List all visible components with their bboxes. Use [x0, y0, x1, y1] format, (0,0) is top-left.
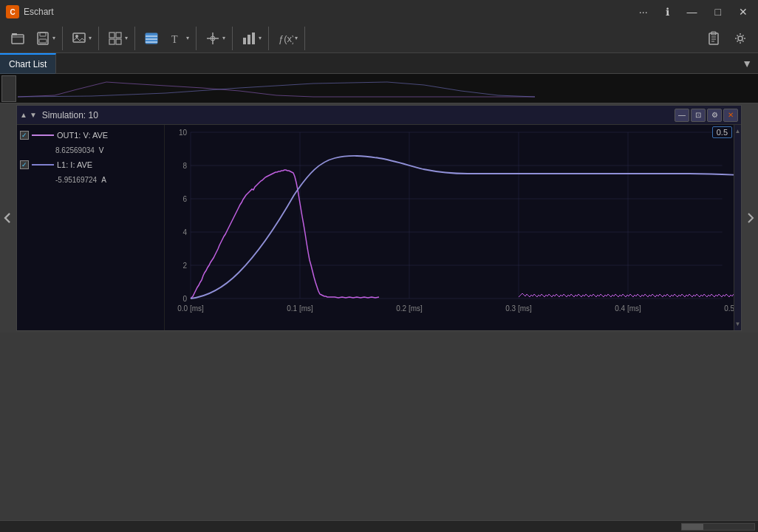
chart-header-controls: — ⊡ ⚙ ✕ [675, 109, 738, 122]
svg-rect-21 [252, 33, 255, 44]
svg-text:0.2 [ms]: 0.2 [ms] [396, 304, 423, 313]
svg-text:0.5 [ms]: 0.5 [ms] [724, 304, 734, 313]
image-icon [71, 30, 87, 47]
toolbar-group-bar: ▾ [234, 27, 269, 50]
svg-text:6: 6 [182, 195, 187, 203]
chart-minimize-btn[interactable]: — [675, 109, 689, 122]
open-icon [10, 30, 26, 47]
svg-rect-4 [39, 39, 47, 43]
svg-rect-7 [109, 33, 115, 38]
crosshair-dropdown-arrow[interactable]: ▾ [222, 35, 225, 41]
list-icon [143, 30, 160, 47]
legend-val-0: 8.62569034 [55, 146, 95, 154]
svg-rect-10 [116, 39, 121, 44]
legend-row-0: OUT1: V: AVE [20, 128, 161, 143]
titlebar-info[interactable]: ℹ [661, 4, 674, 19]
chart-close-btn[interactable]: ✕ [723, 109, 738, 122]
legend-val-1: -5.95169724 [55, 176, 97, 184]
svg-rect-0 [12, 35, 24, 44]
toolbar-group-grid: ▾ [100, 27, 135, 50]
svg-text:4: 4 [182, 228, 187, 236]
chart-panel: ▲ ▼ Simulation: 10 — ⊡ ⚙ ✕ OUT1: V: AVE [16, 105, 742, 331]
fx-icon: ƒ(x) [277, 30, 293, 47]
legend-row-1: L1: I: AVE [20, 157, 161, 172]
scrollbar-down[interactable]: ▼ [735, 321, 741, 327]
toolbar-group-crosshair: ▾ [198, 27, 233, 50]
svg-point-28 [738, 36, 742, 41]
legend-area: OUT1: V: AVE 8.62569034 V L1: I: AVE -5.… [17, 125, 165, 330]
right-collapse-arrow[interactable] [743, 103, 758, 332]
chart-config-btn[interactable]: ⚙ [707, 109, 722, 122]
svg-rect-8 [116, 33, 121, 38]
chart-expand-btn[interactable]: ▼ [30, 111, 37, 119]
chart-list-tab[interactable]: Chart List [0, 53, 56, 74]
chart-svg-container[interactable]: 10 8 6 4 2 0 [165, 125, 734, 330]
fx-dropdown-arrow[interactable]: ▾ [295, 35, 298, 41]
chart-scrollbar[interactable]: ▲ ▼ [734, 125, 741, 330]
list-button[interactable] [140, 28, 163, 49]
close-button[interactable]: ✕ [734, 4, 752, 19]
clipboard-icon [706, 30, 722, 47]
cursor-value: 0.5 [717, 128, 728, 137]
svg-text:ƒ(x): ƒ(x) [279, 33, 293, 44]
svg-rect-19 [243, 38, 246, 44]
svg-text:8: 8 [182, 162, 187, 170]
titlebar-dots[interactable]: ··· [635, 4, 652, 19]
legend-checkbox-1[interactable] [20, 160, 29, 169]
tab-dropdown[interactable]: ▼ [736, 58, 758, 69]
scrollbar-thumb[interactable] [682, 524, 703, 530]
chart-simulation-title: Simulation: 10 [42, 110, 98, 120]
maximize-button[interactable]: □ [711, 4, 725, 19]
svg-text:10: 10 [179, 129, 188, 137]
horizontal-scrollbar[interactable] [681, 523, 755, 531]
barchart-button[interactable]: ▾ [237, 28, 265, 49]
grid-dropdown-arrow[interactable]: ▾ [125, 35, 128, 41]
titlebar-title: Eschart [24, 7, 54, 17]
text-dropdown-arrow[interactable]: ▾ [186, 35, 189, 41]
preview-thumbnail [1, 75, 16, 102]
text-icon: T [168, 30, 185, 47]
svg-text:0.4 [ms]: 0.4 [ms] [615, 304, 641, 313]
titlebar: C Eschart ··· ℹ — □ ✕ [0, 0, 758, 24]
chart-header: ▲ ▼ Simulation: 10 — ⊡ ⚙ ✕ [17, 106, 741, 125]
open-button[interactable] [6, 28, 30, 49]
save-button[interactable]: ▾ [31, 28, 59, 49]
svg-text:0.3 [ms]: 0.3 [ms] [505, 304, 532, 313]
grid-button[interactable]: ▾ [103, 28, 132, 49]
svg-text:0.1 [ms]: 0.1 [ms] [287, 304, 313, 313]
toolbar-group-image: ▾ [64, 27, 99, 50]
toolbar-group-fx: ƒ(x) ▾ [270, 27, 305, 50]
chart-collapse-btn[interactable]: ▲ [20, 111, 27, 119]
chart-body: OUT1: V: AVE 8.62569034 V L1: I: AVE -5.… [17, 125, 741, 330]
clipboard-button[interactable] [702, 28, 725, 49]
tab-bar: Chart List ▼ [0, 53, 758, 74]
crosshair-button[interactable]: ▾ [201, 28, 229, 49]
scrollbar-up[interactable]: ▲ [735, 128, 741, 134]
legend-checkbox-0[interactable] [20, 131, 29, 140]
toolbar-group-list: T ▾ [137, 27, 197, 50]
image-dropdown-arrow[interactable]: ▾ [89, 35, 92, 41]
main-area: ▲ ▼ Simulation: 10 — ⊡ ⚙ ✕ OUT1: V: AVE [0, 103, 758, 332]
save-dropdown-arrow[interactable]: ▾ [52, 35, 55, 41]
settings-icon [732, 30, 748, 47]
chart-svg[interactable]: 10 8 6 4 2 0 [165, 125, 734, 330]
legend-name-0: OUT1: V: AVE [57, 131, 161, 140]
left-collapse-arrow[interactable] [0, 103, 15, 332]
legend-line-1 [32, 164, 54, 166]
cursor-badge: 0.5 [712, 126, 732, 138]
settings-right-button[interactable] [728, 28, 752, 49]
svg-text:T: T [171, 34, 178, 45]
legend-value-row-1: -5.95169724 A [20, 172, 161, 187]
barchart-dropdown-arrow[interactable]: ▾ [259, 35, 262, 41]
svg-rect-20 [247, 35, 250, 44]
app-icon: C [6, 5, 19, 18]
text-button[interactable]: T ▾ [165, 28, 193, 49]
fx-button[interactable]: ƒ(x) ▾ [273, 28, 301, 49]
image-button[interactable]: ▾ [67, 28, 95, 49]
empty-area [0, 332, 758, 520]
app-icon-letter: C [10, 8, 15, 16]
svg-rect-29 [165, 125, 734, 330]
minimize-button[interactable]: — [683, 4, 702, 19]
chart-restore-btn[interactable]: ⊡ [691, 109, 706, 122]
preview-area [0, 74, 758, 103]
